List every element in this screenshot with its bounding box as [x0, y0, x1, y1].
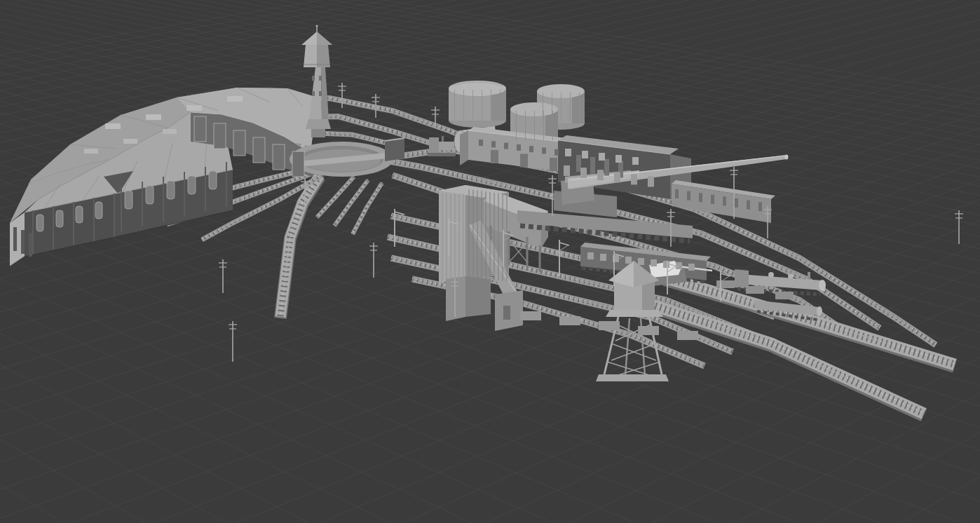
turntable-hut	[385, 138, 404, 161]
viewport-canvas[interactable]: Monochrome 3D model of a railway yard: f…	[0, 0, 980, 523]
3d-scene	[0, 0, 980, 523]
